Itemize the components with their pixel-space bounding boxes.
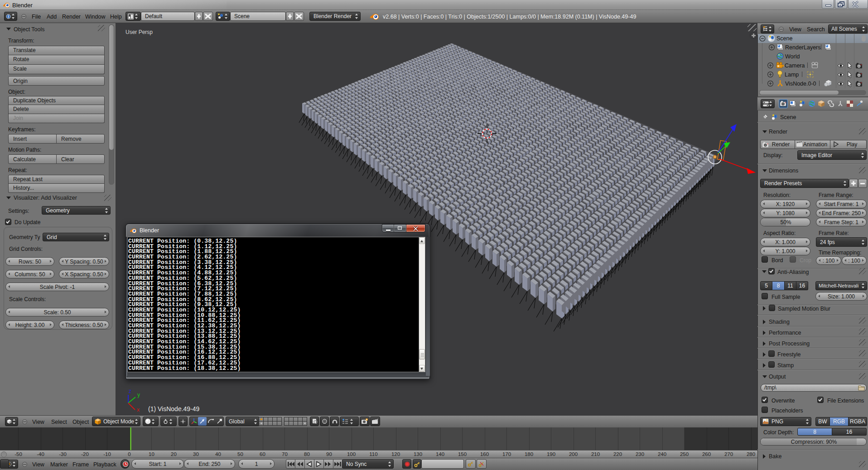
svg-text:y: y [137, 392, 140, 398]
svg-text:x: x [137, 407, 140, 413]
svg-text:User Persp: User Persp [125, 29, 153, 35]
svg-text:z: z [129, 388, 131, 394]
svg-text:(1) VisNode.49-49: (1) VisNode.49-49 [148, 405, 200, 412]
